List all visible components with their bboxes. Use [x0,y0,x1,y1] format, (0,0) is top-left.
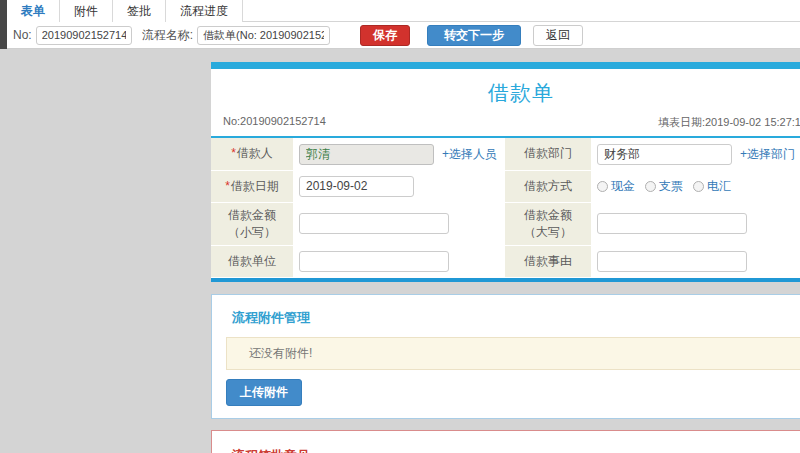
form-top-bar [211,62,800,69]
forward-next-step-button[interactable]: 转交下一步 [427,25,521,46]
amount-big-input[interactable] [597,213,747,234]
radio-cash[interactable]: 现金 [597,178,635,195]
borrower-label: 借款人 [237,146,273,160]
loan-form-table: *借款人 +选择人员 借款部门 +选择部门 *借款日期 [211,138,800,278]
tab-form[interactable]: 表单 [7,0,60,22]
required-mark: * [231,146,236,160]
loan-method-radio-group: 现金 支票 电汇 [597,178,800,195]
tab-process-progress[interactable]: 流程进度 [166,0,243,22]
no-input[interactable] [36,26,132,45]
loan-date-label: 借款日期 [231,179,279,193]
table-row: *借款人 +选择人员 借款部门 +选择部门 [211,138,800,170]
dept-input[interactable] [597,144,732,165]
attachments-panel: 流程附件管理 还没有附件! 上传附件 [211,294,800,419]
form-date-text: 填表日期:2019-09-02 15:27:1 [658,115,800,130]
loan-unit-input[interactable] [299,251,449,272]
radio-cash-label: 现金 [611,178,635,195]
signoff-heading: 流程签批意见 [226,443,800,453]
loan-reason-input[interactable] [597,251,747,272]
loan-unit-label: 借款单位 [228,254,276,268]
attachments-heading: 流程附件管理 [226,305,800,337]
form-title: 借款单 [211,69,800,113]
save-button[interactable]: 保存 [360,25,410,46]
select-person-link[interactable]: +选择人员 [442,147,497,161]
upload-attachment-button[interactable]: 上传附件 [226,379,302,406]
tab-approval[interactable]: 签批 [113,0,166,22]
flow-name-label: 流程名称: [142,27,193,44]
no-label: No: [13,28,32,42]
attachments-empty-message: 还没有附件! [226,337,800,370]
radio-circle-icon[interactable] [645,181,656,192]
table-row: 借款单位 借款事由 [211,245,800,277]
form-no-text: No:20190902152714 [223,115,326,130]
loan-form-panel: 借款单 No:20190902152714 填表日期:2019-09-02 15… [211,62,800,282]
radio-cheque-label: 支票 [659,178,683,195]
radio-circle-icon[interactable] [693,181,704,192]
borrower-input[interactable] [299,144,434,165]
top-header: 表单 附件 签批 流程进度 No: 流程名称: 保存 转交下一步 返回 [0,0,800,49]
tab-attachments[interactable]: 附件 [60,0,113,22]
amount-small-label: 借款金额（小写） [228,208,276,239]
table-row: *借款日期 借款方式 现金 支票 电汇 [211,170,800,202]
flow-name-input[interactable] [197,26,330,45]
select-dept-link[interactable]: +选择部门 [740,147,795,161]
radio-wire-label: 电汇 [707,178,731,195]
amount-big-label: 借款金额（大写） [524,208,572,239]
main-content: 借款单 No:20190902152714 填表日期:2019-09-02 15… [211,62,800,453]
loan-reason-label: 借款事由 [524,254,572,268]
form-info-row: No:20190902152714 填表日期:2019-09-02 15:27:… [211,113,800,138]
loan-date-input[interactable] [299,176,414,197]
radio-wire[interactable]: 电汇 [693,178,731,195]
tab-bar: 表单 附件 签批 流程进度 [7,0,800,22]
form-bottom-bar [211,278,800,282]
table-row: 借款金额（小写） 借款金额（大写） [211,202,800,245]
loan-method-label: 借款方式 [524,179,572,193]
back-button[interactable]: 返回 [533,25,583,46]
amount-small-input[interactable] [299,213,449,234]
dept-label: 借款部门 [524,146,572,160]
action-bar: No: 流程名称: 保存 转交下一步 返回 [7,22,800,49]
radio-circle-icon[interactable] [597,181,608,192]
radio-cheque[interactable]: 支票 [645,178,683,195]
signoff-panel: 流程签批意见 B I abc ✎ ∞ ∞ ⚑ ≡ ≡ « » ” 样式 [211,430,800,453]
required-mark: * [225,179,230,193]
left-edge-strip [0,0,7,49]
